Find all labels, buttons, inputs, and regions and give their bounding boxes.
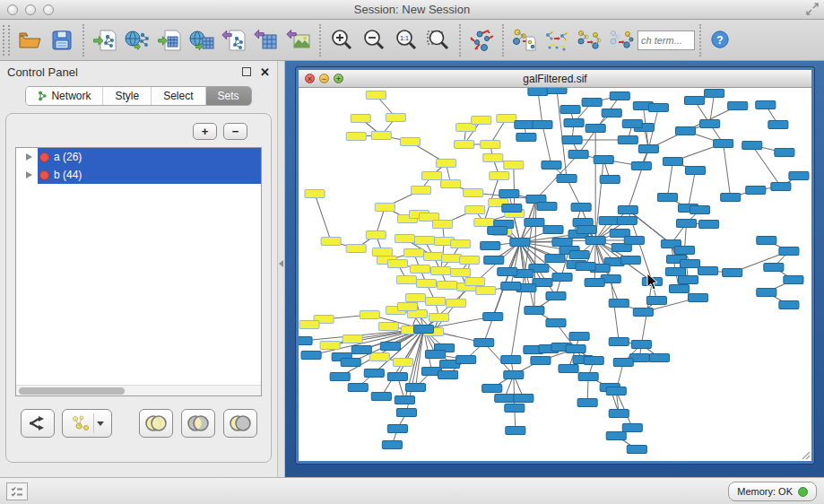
graph-node[interactable]	[447, 300, 466, 308]
graph-node[interactable]	[600, 176, 620, 184]
graph-node[interactable]	[585, 279, 604, 287]
graph-node[interactable]	[411, 187, 430, 195]
graph-node[interactable]	[714, 140, 733, 148]
graph-node[interactable]	[413, 326, 433, 334]
tab-sets[interactable]: Sets	[206, 87, 251, 105]
graph-node[interactable]	[602, 109, 621, 117]
add-set-button[interactable]: +	[193, 123, 217, 140]
graph-node[interactable]	[472, 117, 491, 125]
graph-node[interactable]	[613, 359, 633, 367]
graph-node[interactable]	[577, 399, 597, 407]
graph-node[interactable]	[606, 432, 626, 440]
graph-node[interactable]	[371, 132, 391, 140]
graph-node[interactable]	[481, 141, 500, 149]
graph-node[interactable]	[552, 274, 572, 282]
graph-node[interactable]	[699, 221, 719, 229]
network-window-titlebar[interactable]: × − + galFiltered.sif	[299, 70, 811, 88]
graph-node[interactable]	[516, 134, 536, 142]
graph-node[interactable]	[638, 145, 658, 153]
graph-node[interactable]	[669, 285, 689, 293]
graph-node[interactable]	[451, 269, 471, 277]
import-table-file-button[interactable]	[153, 23, 186, 57]
graph-node[interactable]	[442, 255, 462, 263]
graph-node[interactable]	[396, 276, 416, 284]
horizontal-scrollbar[interactable]	[16, 385, 261, 395]
graph-node[interactable]	[618, 206, 638, 214]
graph-node[interactable]	[410, 265, 429, 274]
graph-node[interactable]	[649, 354, 669, 362]
graph-node[interactable]	[757, 289, 776, 297]
graph-node[interactable]	[618, 136, 638, 144]
graph-node[interactable]	[414, 237, 434, 245]
graph-node[interactable]	[609, 300, 629, 308]
graph-node[interactable]	[490, 172, 509, 180]
graph-node[interactable]	[568, 151, 588, 159]
graph-node[interactable]	[756, 101, 776, 109]
graph-node[interactable]	[299, 337, 312, 345]
graph-node[interactable]	[705, 90, 724, 98]
graph-node[interactable]	[351, 115, 370, 123]
graph-node[interactable]	[416, 280, 436, 288]
graph-node[interactable]	[686, 167, 706, 175]
graph-node[interactable]	[542, 161, 561, 169]
graph-node[interactable]	[578, 373, 598, 381]
graph-node[interactable]	[560, 106, 580, 114]
graph-node[interactable]	[627, 446, 646, 454]
graph-node[interactable]	[484, 256, 504, 265]
graph-node[interactable]	[622, 424, 642, 432]
graph-node[interactable]	[504, 371, 524, 379]
graph-node[interactable]	[465, 278, 485, 286]
graph-node[interactable]	[330, 373, 350, 381]
graph-node[interactable]	[501, 356, 521, 364]
graph-node[interactable]	[584, 357, 603, 365]
graph-node[interactable]	[369, 353, 389, 361]
graph-node[interactable]	[533, 121, 552, 129]
graph-node[interactable]	[498, 268, 517, 276]
graph-node[interactable]	[620, 256, 640, 265]
graph-node[interactable]	[680, 260, 699, 268]
graph-node[interactable]	[569, 251, 589, 259]
graph-node[interactable]	[624, 237, 644, 245]
graph-node[interactable]	[631, 341, 651, 349]
graph-node[interactable]	[528, 88, 548, 96]
graph-node[interactable]	[320, 342, 340, 350]
float-panel-icon[interactable]	[242, 67, 251, 76]
graph-node[interactable]	[429, 314, 449, 322]
graph-node[interactable]	[321, 238, 341, 246]
graph-node[interactable]	[386, 114, 405, 122]
graph-node[interactable]	[488, 227, 507, 235]
graph-node[interactable]	[582, 99, 602, 107]
graph-node[interactable]	[387, 425, 407, 433]
graph-node[interactable]	[559, 365, 578, 373]
graph-node[interactable]	[657, 194, 677, 202]
graph-node[interactable]	[577, 226, 596, 234]
graph-node[interactable]	[474, 219, 494, 227]
sets-list[interactable]: a (26) b (44)	[15, 147, 262, 396]
tab-network[interactable]: Network	[26, 87, 103, 105]
graph-node[interactable]	[537, 203, 557, 211]
graph-node[interactable]	[676, 220, 696, 228]
graph-node[interactable]	[746, 187, 766, 195]
graph-node[interactable]	[360, 311, 379, 319]
graph-node[interactable]	[609, 338, 629, 346]
zoom-selected-button[interactable]	[422, 23, 455, 57]
zoom-in-button[interactable]	[325, 23, 358, 57]
export-image-button[interactable]	[282, 23, 315, 57]
graph-node[interactable]	[299, 321, 319, 329]
split-set-button[interactable]	[21, 409, 55, 438]
union-sets-button[interactable]	[139, 409, 173, 438]
graph-node[interactable]	[348, 384, 368, 392]
graph-node[interactable]	[742, 142, 762, 150]
collapse-panel-icon[interactable]	[279, 260, 283, 267]
graph-node[interactable]	[397, 303, 417, 311]
graph-node[interactable]	[557, 175, 577, 183]
graph-node[interactable]	[476, 287, 496, 295]
graph-node[interactable]	[546, 292, 566, 300]
graph-node[interactable]	[599, 217, 619, 225]
graph-node[interactable]	[566, 345, 585, 353]
graph-node[interactable]	[456, 356, 476, 364]
graph-node[interactable]	[768, 121, 788, 129]
close-panel-icon[interactable]: ✕	[260, 66, 270, 78]
graph-node[interactable]	[675, 127, 695, 135]
import-network-url-button[interactable]	[121, 23, 153, 57]
